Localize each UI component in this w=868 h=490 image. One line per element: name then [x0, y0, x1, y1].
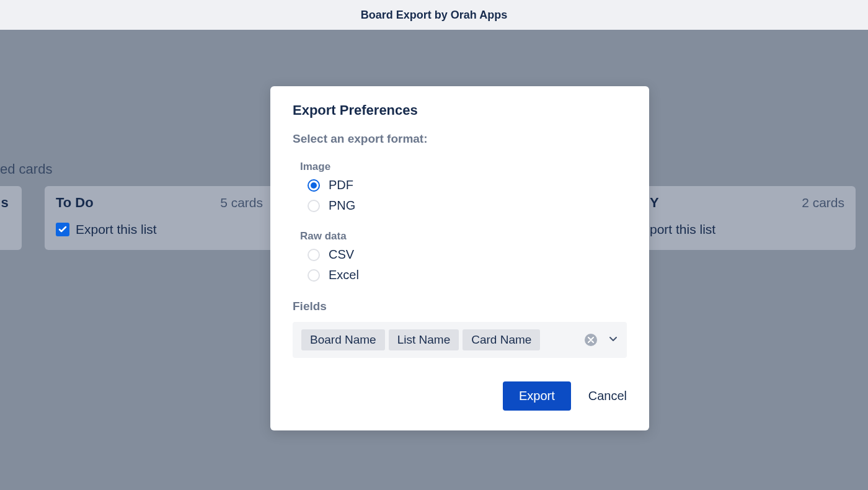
export-list-checkbox-row[interactable]: port this list — [650, 222, 844, 237]
radio-option-csv[interactable]: CSV — [308, 247, 627, 262]
fields-label: Fields — [293, 300, 627, 313]
list-title: To Do — [56, 195, 94, 211]
list-title-fragment: ds — [0, 195, 9, 211]
export-button[interactable]: Export — [503, 381, 571, 411]
radio-unselected-icon — [308, 269, 320, 282]
checkbox-label: Export this list — [76, 222, 157, 237]
modal-title: Export Preferences — [293, 102, 627, 118]
radio-label: Excel — [329, 268, 359, 282]
app-title: Board Export by Orah Apps — [361, 9, 507, 22]
radio-label: CSV — [329, 247, 354, 262]
list-panel-todo: To Do 5 cards Export this list — [45, 186, 274, 250]
group-label-rawdata: Raw data — [300, 230, 627, 243]
cancel-button[interactable]: Cancel — [588, 389, 627, 403]
app-header: Board Export by Orah Apps — [0, 0, 868, 30]
format-group-rawdata: Raw data CSV Excel — [293, 230, 627, 282]
fields-controls — [585, 334, 618, 346]
radio-option-excel[interactable]: Excel — [308, 268, 627, 282]
list-title-fragment: Y — [650, 195, 659, 211]
list-panel-right: Y 2 cards port this list — [639, 186, 856, 250]
radio-label: PDF — [329, 178, 353, 192]
radio-unselected-icon — [308, 249, 320, 261]
group-label-image: Image — [300, 161, 627, 173]
chevron-down-icon[interactable] — [608, 334, 618, 346]
export-list-checkbox-row[interactable]: Export this list — [56, 222, 263, 237]
format-group-image: Image PDF PNG — [293, 161, 627, 213]
list-header: To Do 5 cards — [56, 195, 263, 211]
list-header: Y 2 cards — [650, 195, 844, 211]
radio-unselected-icon — [308, 200, 320, 212]
background-text: ed cards — [0, 161, 52, 177]
modal-footer: Export Cancel — [293, 381, 627, 411]
export-preferences-modal: Export Preferences Select an export form… — [270, 86, 649, 430]
radio-label: PNG — [329, 198, 355, 213]
field-chip[interactable]: Card Name — [463, 329, 540, 350]
radio-option-pdf[interactable]: PDF — [308, 178, 627, 192]
modal-subtitle: Select an export format: — [293, 132, 627, 146]
list-count: 2 cards — [802, 195, 844, 210]
clear-all-icon[interactable] — [585, 334, 597, 346]
checkbox-checked-icon — [56, 223, 69, 236]
checkbox-label: port this list — [650, 222, 715, 237]
list-panel: ds — [0, 186, 22, 250]
fields-multiselect[interactable]: Board Name List Name Card Name — [293, 322, 627, 358]
list-count: 5 cards — [220, 195, 263, 210]
field-chip[interactable]: List Name — [389, 329, 459, 350]
radio-selected-icon — [308, 179, 320, 192]
radio-option-png[interactable]: PNG — [308, 198, 627, 213]
field-chip[interactable]: Board Name — [301, 329, 385, 350]
